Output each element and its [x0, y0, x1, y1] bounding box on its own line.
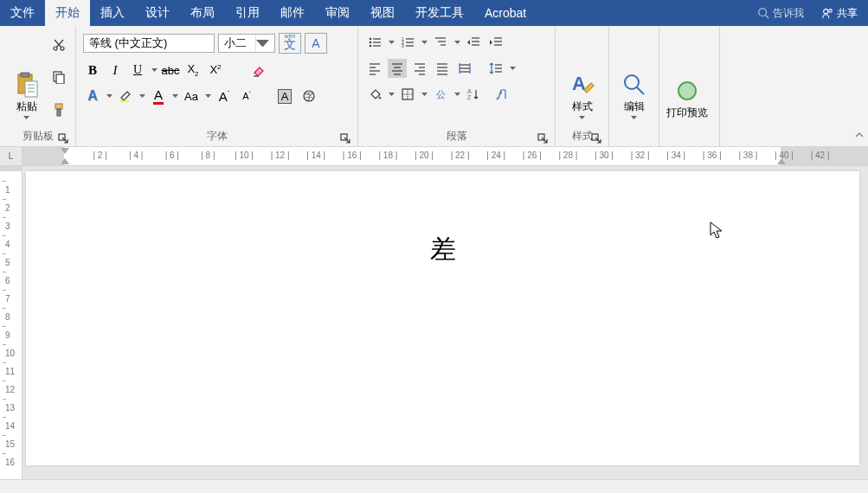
editing-button[interactable]: 编辑	[614, 28, 653, 123]
hanging-indent-marker[interactable]	[61, 158, 69, 164]
group-font: wén 文 A B I U abc X2 X2 A	[76, 26, 358, 146]
text-effects-dropdown[interactable]	[106, 94, 113, 98]
sort-button[interactable]: AZ	[464, 85, 483, 104]
bold-button[interactable]: B	[83, 61, 102, 80]
tab-design[interactable]: 设计	[135, 0, 180, 26]
font-group-label: 字体	[81, 127, 352, 146]
align-justify-button[interactable]	[433, 59, 452, 78]
shading-dropdown[interactable]	[388, 93, 395, 96]
numbering-button[interactable]: 123	[398, 33, 417, 52]
phonetic-badge: wén	[285, 33, 296, 39]
styles-dropdown[interactable]	[579, 116, 586, 119]
show-marks-button[interactable]	[493, 85, 512, 104]
strikethrough-button[interactable]: abc	[161, 61, 180, 80]
align-right-button[interactable]	[410, 59, 429, 78]
svg-rect-6	[25, 81, 37, 97]
phonetic-guide-button[interactable]: wén 文	[279, 33, 301, 54]
enclose-characters-button[interactable]: A	[273, 86, 296, 106]
font-size-input[interactable]	[219, 35, 255, 52]
font-size-combo[interactable]	[218, 34, 275, 53]
share-button[interactable]: 共享	[811, 0, 868, 26]
align-left-button[interactable]	[365, 59, 384, 78]
print-preview-button[interactable]: 打印预览	[665, 28, 710, 123]
clipboard-launcher[interactable]	[58, 133, 68, 144]
underline-button[interactable]: U	[128, 61, 147, 80]
ruler-h-track[interactable]: | 2 || 4 || 6 || 8 || 10 || 12 || 14 || …	[23, 147, 868, 165]
asian-layout-dropdown[interactable]	[453, 93, 460, 96]
document-text[interactable]: 差	[26, 171, 859, 267]
ruler-h-tick: | 20 |	[415, 150, 434, 160]
editing-dropdown[interactable]	[631, 116, 638, 119]
increase-indent-button[interactable]	[486, 33, 505, 52]
tab-layout[interactable]: 布局	[180, 0, 225, 26]
ruler-v-tick: 11	[5, 367, 15, 376]
copy-button[interactable]	[49, 67, 68, 86]
ruler-h-tick: | 30 |	[595, 150, 614, 160]
change-case-button[interactable]: Aa	[182, 86, 201, 106]
paragraph-launcher[interactable]	[537, 133, 548, 144]
shading-button[interactable]	[365, 85, 384, 104]
borders-button[interactable]	[398, 85, 417, 104]
character-border-button[interactable]: A	[305, 33, 327, 54]
tab-acrobat[interactable]: Acrobat	[474, 0, 537, 26]
font-size-caret[interactable]	[255, 35, 269, 52]
numbering-dropdown[interactable]	[421, 41, 428, 44]
bullets-button[interactable]	[365, 33, 384, 52]
underline-dropdown[interactable]	[151, 68, 158, 72]
paste-dropdown[interactable]	[23, 116, 30, 119]
horizontal-scrollbar[interactable]	[0, 479, 868, 493]
font-name-input[interactable]	[84, 35, 240, 52]
tab-home[interactable]: 开始	[45, 0, 90, 26]
ruler-h-tick: | 28 |	[558, 150, 577, 160]
tab-review[interactable]: 审阅	[315, 0, 360, 26]
multilevel-dropdown[interactable]	[453, 41, 460, 44]
tab-file[interactable]: 文件	[0, 0, 45, 26]
align-left-icon	[368, 61, 382, 75]
borders-dropdown[interactable]	[421, 93, 428, 96]
distributed-button[interactable]	[455, 59, 474, 78]
document-page[interactable]: 差	[26, 171, 859, 465]
text-effects-button[interactable]: A	[83, 86, 102, 106]
tab-view[interactable]: 视图	[360, 0, 405, 26]
line-spacing-dropdown[interactable]	[509, 67, 516, 70]
line-spacing-button[interactable]	[486, 59, 505, 78]
asian-layout-button[interactable]: 公	[431, 85, 450, 104]
align-center-button[interactable]	[388, 59, 407, 78]
font-launcher[interactable]	[340, 133, 350, 144]
first-line-indent-marker[interactable]	[61, 148, 69, 154]
decrease-indent-button[interactable]	[464, 33, 483, 52]
tell-me-search[interactable]: 告诉我	[750, 0, 811, 26]
highlight-button[interactable]	[116, 86, 135, 106]
shrink-font-button[interactable]: Aˇ	[237, 86, 256, 106]
styles-launcher[interactable]	[591, 133, 601, 144]
cut-button[interactable]	[49, 35, 68, 54]
font-color-dropdown[interactable]	[171, 94, 178, 98]
page-scroll-area[interactable]: 差	[23, 166, 868, 479]
subscript-button[interactable]: X2	[183, 61, 203, 80]
find-icon	[620, 71, 648, 99]
font-name-combo[interactable]	[83, 34, 215, 53]
superscript-button[interactable]: X2	[206, 61, 225, 80]
paste-button[interactable]: 粘贴	[5, 28, 48, 123]
editing-label: 编辑	[624, 101, 645, 113]
format-painter-button[interactable]	[49, 100, 68, 119]
tab-developer[interactable]: 开发工具	[405, 0, 474, 26]
tab-insert[interactable]: 插入	[90, 0, 135, 26]
ruler-corner[interactable]: L	[0, 147, 23, 165]
clear-formatting-button[interactable]	[249, 61, 268, 80]
ruler-horizontal[interactable]: L | 2 || 4 || 6 || 8 || 10 || 12 || 14 |…	[0, 147, 868, 166]
character-shading-button[interactable]: 字	[299, 86, 318, 106]
grow-font-button[interactable]: Aˆ	[215, 86, 234, 106]
change-case-dropdown[interactable]	[204, 94, 211, 98]
ruler-vertical[interactable]: 12345678910111213141516	[0, 166, 23, 479]
multilevel-list-button[interactable]	[431, 33, 450, 52]
font-color-button[interactable]: A	[149, 86, 168, 106]
ruler-h-tick: | 16 |	[343, 150, 362, 160]
styles-button[interactable]: A 样式	[561, 28, 603, 123]
italic-button[interactable]: I	[106, 61, 125, 80]
bullets-dropdown[interactable]	[388, 41, 395, 44]
collapse-ribbon-button[interactable]	[854, 130, 865, 143]
highlight-dropdown[interactable]	[138, 94, 145, 98]
tab-mailings[interactable]: 邮件	[270, 0, 315, 26]
tab-references[interactable]: 引用	[225, 0, 270, 26]
